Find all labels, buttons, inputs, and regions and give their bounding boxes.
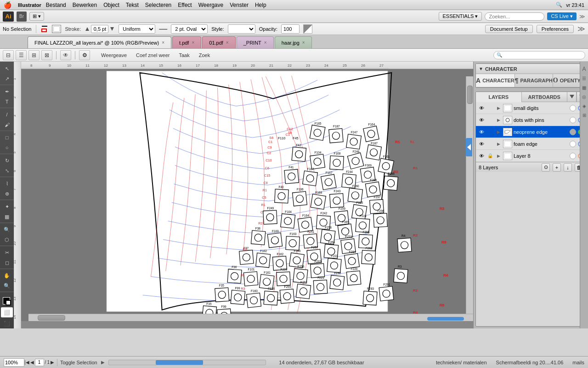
graph-tool[interactable]: ▦	[1, 212, 13, 222]
menu-effect[interactable]: Effect	[178, 2, 192, 8]
direct-selection-tool[interactable]: ↗	[1, 74, 13, 84]
rect-tool[interactable]: □	[1, 132, 13, 143]
tab-main-document[interactable]: FINAL LAZZZOR_all layers.ai* @ 100% (RGB…	[28, 36, 171, 48]
essentials-button[interactable]: ESSENTIALS ▾	[439, 12, 482, 21]
horizontal-scrollbar[interactable]	[28, 314, 473, 321]
search-input[interactable]	[485, 12, 544, 21]
rp-icon-5[interactable]: ◈	[581, 102, 588, 109]
v-scrollbar-thumb[interactable]	[467, 86, 473, 104]
layer-locate-btn[interactable]: ⊙	[542, 163, 550, 172]
layer-lock-foam-edge[interactable]	[486, 140, 494, 148]
layer-expand-dots-pins[interactable]: ▶	[495, 117, 502, 123]
first-page-btn[interactable]: |◀	[24, 360, 29, 365]
pen-tool[interactable]: ✒	[1, 86, 13, 97]
artboards-tab-btn[interactable]: ARTBOARDS	[522, 92, 568, 102]
type-tool[interactable]: T	[1, 97, 13, 107]
cslive-button[interactable]: CS Live ▾	[547, 12, 577, 20]
apple-menu[interactable]: 🍎	[4, 1, 11, 9]
expand-right-icon[interactable]: ≫	[579, 13, 585, 20]
layer-add-btn[interactable]: +	[553, 163, 561, 172]
opacity-input[interactable]	[281, 24, 300, 34]
tab-t-pdf[interactable]: t.pdf ×	[172, 36, 201, 48]
layer-visibility-foam-edge[interactable]: 👁	[478, 140, 485, 148]
workspace-dropdown-icon[interactable]: ▾	[38, 13, 41, 19]
h-scrollbar-thumb[interactable]	[38, 315, 65, 321]
tab-t-pdf-close[interactable]: ×	[192, 40, 194, 45]
stroke-value-input[interactable]	[91, 25, 108, 33]
tab-haar[interactable]: haar.jpg ×	[275, 36, 312, 48]
rp-icon-2[interactable]: ☰	[581, 75, 588, 82]
paintbrush-tool[interactable]: 🖌	[1, 120, 13, 130]
layer-target-foam-edge[interactable]	[570, 141, 576, 147]
layer-visibility-neoprene-edge[interactable]: 👁	[478, 128, 485, 136]
tab-character[interactable]: A CHARACTER	[476, 74, 515, 87]
layer-target-dots-pins[interactable]	[570, 117, 576, 123]
ellipse-tool[interactable]: ○	[1, 143, 13, 153]
fill-swatch[interactable]	[52, 25, 61, 33]
line-tool[interactable]: /	[1, 109, 13, 120]
warp-tool[interactable]: ⌇	[1, 178, 13, 189]
layer-lock-dots-pins[interactable]	[486, 116, 494, 124]
tab-main-close[interactable]: ×	[162, 40, 164, 45]
rp-icon-1[interactable]: A	[581, 65, 588, 73]
layer-expand-small-digits[interactable]: ▶	[495, 105, 502, 111]
menu-weergave[interactable]: Weergave	[198, 2, 223, 8]
sec-tab-coef[interactable]: Coef znel weer	[136, 52, 170, 58]
menu-object[interactable]: Object	[103, 2, 119, 8]
layer-visibility-dots-pins[interactable]: 👁	[478, 116, 485, 124]
layer-merge-btn[interactable]: ↓	[564, 163, 572, 172]
stroke-down-icon[interactable]	[109, 26, 115, 32]
eyedropper-tool[interactable]: 🔍	[1, 224, 13, 235]
rp-icon-6[interactable]: ⊞	[581, 111, 588, 119]
stroke-up-icon[interactable]	[85, 26, 90, 32]
normal-mode-btn[interactable]: ⬜	[1, 307, 13, 317]
character-panel-header[interactable]: ▼ CHARACTER	[476, 64, 586, 74]
layer-visibility-layer8[interactable]: 👁	[478, 152, 485, 160]
view-details-btn[interactable]: ☰	[16, 50, 27, 60]
layer-expand-foam-edge[interactable]: ▶	[495, 141, 502, 147]
stroke-color-icon[interactable]	[41, 25, 48, 33]
sec-tab-zoek[interactable]: Zoek	[199, 52, 210, 58]
scissors-tool[interactable]: ✂	[1, 247, 13, 258]
tab-print[interactable]: _PRINT ×	[237, 36, 274, 48]
secondary-search[interactable]: 🔍	[493, 51, 585, 59]
screen-mode-btn[interactable]: ⬛	[1, 318, 13, 328]
menu-tekst[interactable]: Tekst	[126, 2, 139, 8]
spotlight-icon[interactable]: 🔍	[556, 2, 562, 8]
view-large-btn[interactable]: ⊠	[41, 50, 52, 60]
menu-selecteren[interactable]: Selecteren	[145, 2, 171, 8]
sec-tab-weergeave[interactable]: Weergeave	[101, 52, 127, 58]
brush-size-select[interactable]: 2 pt. Oval	[171, 24, 208, 34]
tab-paragraph[interactable]: ¶ PARAGRAPH	[515, 74, 553, 87]
view-grid-btn[interactable]: ⊞	[28, 50, 40, 60]
layer-lock-layer8[interactable]: 🔒	[486, 152, 494, 160]
status-mails[interactable]: mails	[572, 360, 584, 365]
control-bar-expand-icon[interactable]: ≫	[577, 24, 585, 33]
page-number-input[interactable]	[35, 359, 44, 366]
eraser-tool[interactable]: ◻	[1, 258, 13, 268]
rotate-tool[interactable]: ↻	[1, 155, 13, 166]
hand-tool[interactable]: ✋	[1, 270, 13, 281]
layers-expand-btn[interactable]	[567, 92, 577, 102]
h-scroll-area[interactable]	[108, 360, 266, 365]
layer-target-small-digits[interactable]	[570, 105, 576, 111]
menu-bewerken[interactable]: Bewerken	[73, 2, 97, 8]
zoom-tool[interactable]: 🔍	[1, 281, 13, 291]
rp-icon-4[interactable]: ◎	[581, 93, 588, 100]
menu-bestand[interactable]: Bestand	[46, 2, 66, 8]
gear-btn[interactable]: ⚙	[79, 50, 90, 60]
next-page-btn[interactable]: ▶	[51, 360, 54, 365]
tab-01-pdf[interactable]: 01.pdf ×	[202, 36, 235, 48]
layer-visibility-small-digits[interactable]: 👁	[478, 104, 485, 112]
preview-btn[interactable]: 👁	[60, 50, 71, 60]
tab-haar-close[interactable]: ×	[302, 40, 305, 45]
symbol-tool[interactable]: ✦	[1, 201, 13, 212]
blend-tool[interactable]: ⬡	[1, 235, 13, 245]
bridge-button[interactable]: Br	[17, 12, 27, 22]
free-transform-tool[interactable]: ⊕	[1, 189, 13, 199]
layer-expand-layer8[interactable]: ▶	[495, 153, 502, 159]
status-technieken[interactable]: technieken/ materialen	[436, 360, 487, 365]
scale-tool[interactable]: ⤡	[1, 166, 13, 176]
blending-mode-icon[interactable]	[303, 24, 312, 34]
layer-expand-neoprene-edge[interactable]: ▶	[495, 129, 502, 135]
